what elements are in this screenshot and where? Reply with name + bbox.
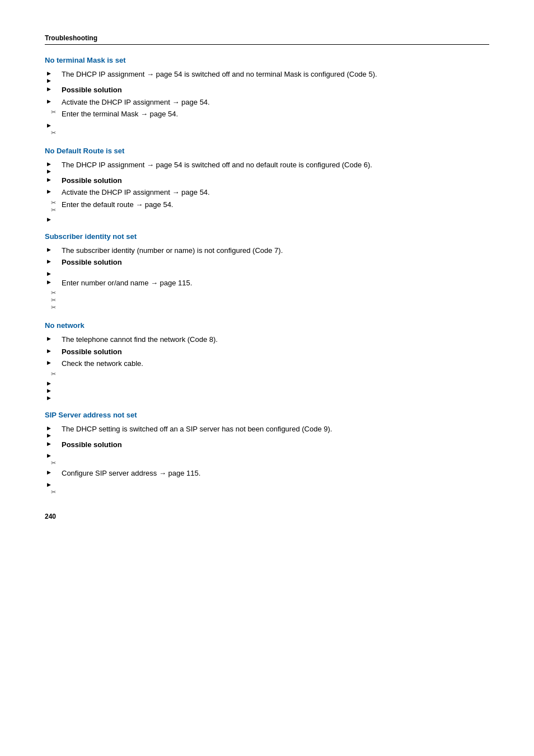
possible-solution-row: Possible solution [45,346,489,358]
bullet-col [45,346,62,354]
bullet-arrow-icon [47,160,56,167]
bullet-arrow-icon [47,97,56,104]
section-sip-server: SIP Server address not set The DHCP sett… [45,411,489,496]
solution-row-1: Activate the DHCP IP assignment → page 5… [45,97,489,108]
solution-text-2: Enter the terminal Mask → page 54. [62,109,178,120]
scissors-icon: ✂ [51,304,56,311]
bullet-col [45,215,62,222]
bullet-arrow-icon [47,246,56,252]
bullet-arrow-icon [47,379,56,386]
scissors-row: ✂ [45,459,489,467]
section-title-sip-server: SIP Server address not set [45,411,489,419]
page-number: 240 [45,513,489,520]
bullet-arrow-icon [47,257,56,264]
bullet-arrow-icon [47,359,56,365]
bullet-arrow-icon [47,347,56,354]
extra-rows [45,379,489,401]
bullet-col [45,439,62,447]
description-row: The DHCP IP assignment → page 54 is swit… [45,159,489,174]
bullet-col: ✂ ✂ [45,199,62,214]
final-scissors-row: ✂ [45,489,489,496]
bullet-col [45,121,62,128]
possible-solution-row: Possible solution [45,439,489,450]
solution-row-1: Enter number or/and name → page 115. [45,278,489,289]
bullet-arrow-icon [47,167,56,174]
solution-row-scissors: ✂ ✂ Enter the default route → page 54. [45,199,489,214]
possible-solution-row: Possible solution [45,175,489,186]
spacer-row [45,215,489,222]
spacer-row [45,121,489,128]
section-title-no-terminal-mask: No terminal Mask is set [45,56,489,64]
bullet-arrow-icon [47,335,56,341]
bullet-arrow-icon [47,215,56,222]
scissors-icon: ✂ [51,297,56,304]
bullet-arrow-icon [47,431,56,438]
description-row: The DHCP IP assignment → page 54 is swit… [45,69,489,83]
bullet-col [45,84,62,92]
scissors-icon: ✂ [51,206,56,214]
bullet-arrow-icon [47,481,56,487]
bullet-arrow-icon [47,452,56,458]
bullet-arrow-icon [47,387,56,393]
bullet-col: ✂ [45,109,62,116]
bullet-col [45,175,62,182]
scissors-icon: ✂ [51,289,56,297]
solution-text-1: Activate the DHCP IP assignment → page 5… [62,187,210,198]
spacer-row [45,451,489,458]
section-subscriber-identity: Subscriber identity not set The subscrib… [45,232,489,312]
bullet-col [45,334,62,341]
bullet-arrow-icon [47,69,56,76]
bullet-col [45,159,62,174]
section-no-network: No network The telephone cannot find the… [45,321,489,401]
section-description: The DHCP setting is switched off an a SI… [62,424,332,435]
bullet-col: ✂ [45,370,62,378]
scissors-icon: ✂ [51,199,56,206]
bullet-col [45,278,62,285]
section-title-no-network: No network [45,321,489,330]
bullet-arrow-icon [47,468,56,475]
final-rows [45,480,489,487]
section-description: The telephone cannot find the network (C… [62,334,218,345]
bullet-col: ✂ [45,489,62,496]
section-description: The subscriber identity (number or name)… [62,245,283,256]
bullet-col [45,480,62,487]
scissors-icon: ✂ [51,109,56,116]
bullet-arrow-icon [47,440,56,447]
bullet-arrow-icon [47,187,56,194]
solution-row-scissors-1: ✂ Enter the terminal Mask → page 54. [45,109,489,120]
section-no-terminal-mask: No terminal Mask is set The DHCP IP assi… [45,56,489,137]
section-title-no-default-route: No Default Route is set [45,147,489,155]
bullet-arrow-icon [47,176,56,182]
solution-text-1: Activate the DHCP IP assignment → page 5… [62,97,210,108]
description-row: The telephone cannot find the network (C… [45,334,489,345]
bullet-arrow-icon [47,278,56,285]
page-header-title: Troubleshooting [45,34,97,42]
bullet-arrow-icon [47,394,56,401]
bullet-arrow-icon [47,77,56,83]
bullet-col [45,257,62,264]
bullet-col [45,69,62,83]
solution-text-1: Configure SIP server address → page 115. [62,468,200,479]
section-description: The DHCP IP assignment → page 54 is swit… [62,69,377,80]
solution-row-1: Activate the DHCP IP assignment → page 5… [45,187,489,198]
bullet-col [45,245,62,252]
scissors-icon: ✂ [51,459,56,467]
possible-solution-label: Possible solution [62,346,122,358]
scissors-rows: ✂ ✂ ✂ [45,289,489,311]
possible-solution-label: Possible solution [62,175,122,186]
possible-solution-row: Possible solution [45,84,489,96]
solution-text-1: Check the network cable. [62,358,143,369]
bullet-col [45,379,62,401]
bullet-col: ✂ ✂ ✂ [45,289,62,311]
solution-row-1: Configure SIP server address → page 115. [45,468,489,479]
page-header: Troubleshooting [45,34,489,45]
possible-solution-label: Possible solution [62,84,122,96]
section-no-default-route: No Default Route is set The DHCP IP assi… [45,147,489,222]
possible-solution-label: Possible solution [62,257,122,268]
bullet-col [45,468,62,475]
bullet-arrow-icon [47,85,56,92]
possible-solution-label: Possible solution [62,439,122,450]
description-row: The subscriber identity (number or name)… [45,245,489,256]
bullet-arrow-icon [47,270,56,276]
solution-text-2: Enter the default route → page 54. [62,199,173,210]
